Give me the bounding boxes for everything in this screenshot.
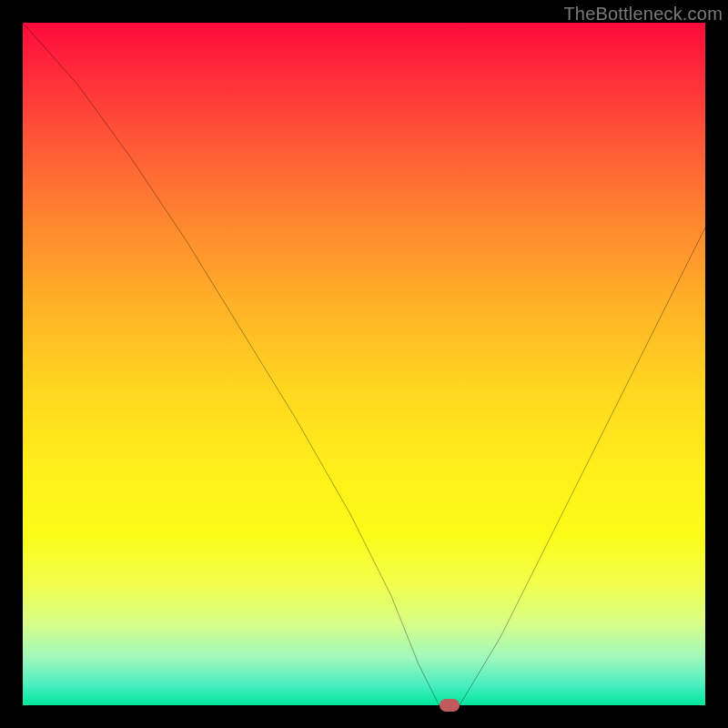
watermark-label: TheBottleneck.com	[563, 4, 723, 25]
curve-path	[23, 23, 705, 705]
chart-plot-area	[23, 23, 705, 705]
bottleneck-curve	[23, 23, 705, 705]
chart-frame: TheBottleneck.com	[0, 0, 728, 728]
optimal-point-marker	[440, 699, 460, 712]
